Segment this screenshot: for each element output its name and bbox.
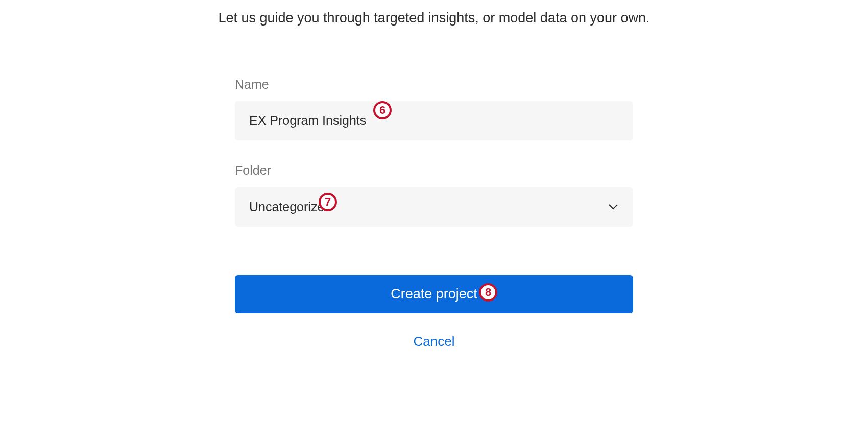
cancel-button[interactable]: Cancel bbox=[235, 334, 633, 349]
create-project-form: Name Folder Uncategorized Create project… bbox=[235, 77, 633, 349]
create-project-button[interactable]: Create project bbox=[235, 275, 633, 313]
name-field-group: Name bbox=[235, 77, 633, 140]
page-subtitle: Let us guide you through targeted insigh… bbox=[0, 10, 868, 26]
annotation-badge-7: 7 bbox=[319, 193, 337, 211]
chevron-down-icon bbox=[608, 202, 619, 213]
folder-select[interactable]: Uncategorized bbox=[235, 187, 633, 227]
folder-field-group: Folder Uncategorized bbox=[235, 163, 633, 227]
annotation-badge-6: 6 bbox=[373, 101, 392, 119]
action-buttons: Create project Cancel bbox=[235, 275, 633, 349]
name-label: Name bbox=[235, 77, 633, 92]
folder-label: Folder bbox=[235, 163, 633, 178]
annotation-badge-8: 8 bbox=[479, 283, 497, 302]
name-input[interactable] bbox=[235, 101, 633, 140]
